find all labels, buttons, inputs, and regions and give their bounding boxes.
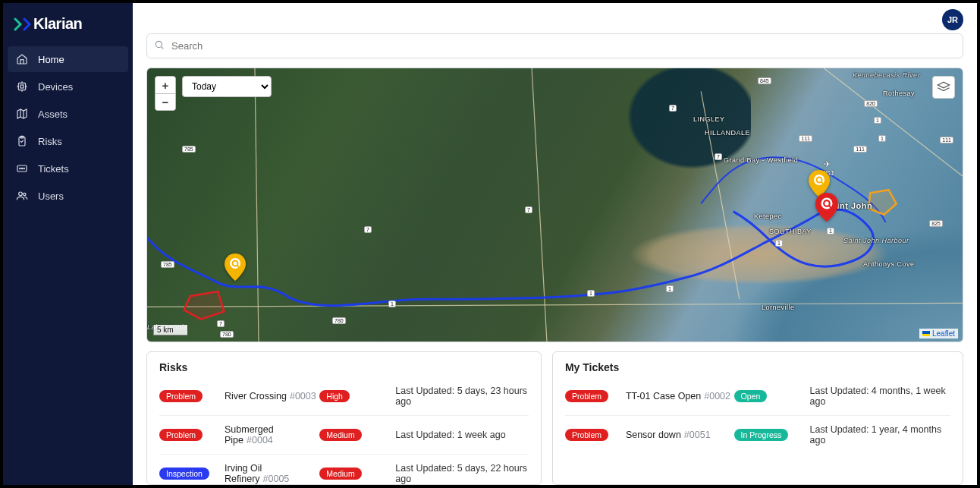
sidebar-item-label: Devices [38, 81, 73, 93]
tickets-panel: My Tickets ProblemTT-01 Case Open#0002Op… [552, 351, 963, 485]
ticket-status: In Progress [734, 429, 789, 441]
ticket-status: Open [734, 390, 768, 402]
clipboard-icon [15, 134, 29, 148]
zoom-in-button[interactable]: + [155, 77, 175, 93]
svg-rect-1 [20, 85, 24, 88]
risk-code: #0005 [263, 474, 290, 484]
tickets-title: My Tickets [565, 361, 950, 373]
main: JR [133, 3, 977, 485]
topbar: JR [133, 3, 977, 33]
svg-line-19 [147, 303, 963, 307]
avatar[interactable]: JR [942, 9, 963, 30]
sidebar: Klarian HomeDevicesAssetsRisksTicketsUse… [3, 3, 133, 485]
ticket-row[interactable]: ProblemSensor down#0051In ProgressLast U… [565, 415, 950, 454]
search-wrap [146, 33, 963, 58]
risk-tag: Inspection [159, 468, 209, 480]
sidebar-item-home[interactable]: Home [8, 46, 128, 72]
risk-level: Medium [319, 429, 361, 441]
map-controls: + − Today [155, 76, 272, 111]
map[interactable]: LINGLEY HILLANDALE Grand Bay - Westfield… [146, 68, 963, 342]
sidebar-item-assets[interactable]: Assets [8, 101, 128, 127]
risk-code: #0004 [247, 435, 273, 445]
cpu-icon [15, 80, 29, 93]
brand-name: Klarian [33, 15, 82, 33]
layers-button[interactable] [932, 76, 955, 99]
risk-row[interactable]: ProblemRiver Crossing#0003HighLast Updat… [159, 383, 529, 415]
search-input[interactable] [146, 33, 963, 58]
ticket-tag: Problem [565, 429, 608, 441]
risks-panel: Risks ProblemRiver Crossing#0003HighLast… [146, 351, 542, 485]
users-icon [15, 189, 29, 203]
map-scale: 5 km [153, 325, 187, 335]
map-icon [15, 107, 29, 121]
sidebar-item-label: Assets [38, 109, 68, 120]
risk-updated: Last Updated: 1 week ago [395, 430, 529, 440]
panels-row: Risks ProblemRiver Crossing#0003HighLast… [146, 351, 963, 485]
content: LINGLEY HILLANDALE Grand Bay - Westfield… [133, 33, 977, 485]
ticket-icon [15, 162, 29, 175]
sidebar-item-devices[interactable]: Devices [8, 74, 128, 99]
attribution-label: Leaflet [932, 329, 955, 338]
svg-marker-25 [868, 190, 897, 214]
risks-title: Risks [159, 361, 529, 373]
risk-updated: Last Updated: 5 days, 23 hours ago [395, 386, 529, 407]
nav-list: HomeDevicesAssetsRisksTicketsUsers [3, 43, 133, 213]
ticket-updated: Last Updated: 1 year, 4 months ago [810, 424, 950, 445]
ticket-code: #0051 [684, 430, 711, 440]
svg-line-28 [237, 266, 239, 267]
brand-mark [14, 17, 32, 31]
sidebar-item-risks[interactable]: Risks [8, 128, 128, 154]
risk-updated: Last Updated: 5 days, 22 hours ago [395, 463, 529, 484]
brand-logo[interactable]: Klarian [3, 9, 133, 43]
risks-list: ProblemRiver Crossing#0003HighLast Updat… [159, 383, 529, 485]
zoom-control: + − [155, 76, 176, 111]
risk-title: Irving Oil Refinery#0005 [225, 463, 319, 484]
risk-level: High [319, 390, 350, 402]
risk-title: Submerged Pipe#0004 [225, 424, 319, 445]
home-icon [15, 52, 29, 66]
svg-line-21 [532, 68, 547, 342]
ticket-row[interactable]: ProblemTT-01 Case Open#0002OpenLast Upda… [565, 383, 950, 415]
ticket-title: TT-01 Case Open#0002 [626, 391, 734, 401]
svg-marker-35 [938, 82, 950, 88]
risk-title: River Crossing#0003 [225, 391, 319, 401]
svg-point-16 [24, 193, 26, 195]
svg-point-17 [155, 41, 162, 47]
risk-tag: Problem [159, 429, 203, 441]
svg-point-12 [20, 168, 20, 168]
svg-marker-6 [17, 109, 27, 118]
sidebar-item-label: Home [38, 54, 64, 65]
svg-point-13 [21, 168, 22, 168]
map-pin-red[interactable] [815, 193, 838, 225]
date-filter-select[interactable]: Today [182, 76, 272, 97]
risk-level: Medium [319, 468, 361, 480]
svg-marker-24 [184, 291, 225, 320]
app-shell: Klarian HomeDevicesAssetsRisksTicketsUse… [3, 3, 977, 485]
risk-tag: Problem [159, 390, 203, 402]
sidebar-item-label: Users [38, 190, 64, 202]
ticket-title: Sensor down#0051 [626, 430, 734, 440]
risk-row[interactable]: InspectionIrving Oil Refinery#0005Medium… [159, 454, 529, 485]
risk-row[interactable]: ProblemSubmerged Pipe#0004MediumLast Upd… [159, 415, 529, 454]
sidebar-item-label: Tickets [38, 163, 69, 175]
sidebar-item-label: Risks [38, 136, 62, 147]
svg-point-14 [24, 168, 24, 168]
map-attribution[interactable]: Leaflet [919, 329, 958, 338]
map-pin-yellow[interactable] [225, 253, 246, 284]
ticket-code: #0002 [704, 391, 730, 401]
svg-point-15 [19, 192, 23, 196]
search-icon [154, 39, 165, 53]
ticket-updated: Last Updated: 4 months, 1 week ago [810, 386, 950, 407]
sidebar-item-tickets[interactable]: Tickets [8, 156, 128, 181]
tickets-list: ProblemTT-01 Case Open#0002OpenLast Upda… [565, 383, 950, 454]
svg-line-31 [821, 182, 823, 184]
zoom-out-button[interactable]: − [155, 93, 175, 110]
svg-line-18 [162, 46, 164, 49]
sidebar-item-users[interactable]: Users [8, 183, 128, 209]
flag-icon [922, 331, 930, 336]
svg-rect-0 [18, 83, 25, 90]
risk-code: #0003 [290, 391, 316, 401]
ticket-tag: Problem [565, 390, 608, 402]
